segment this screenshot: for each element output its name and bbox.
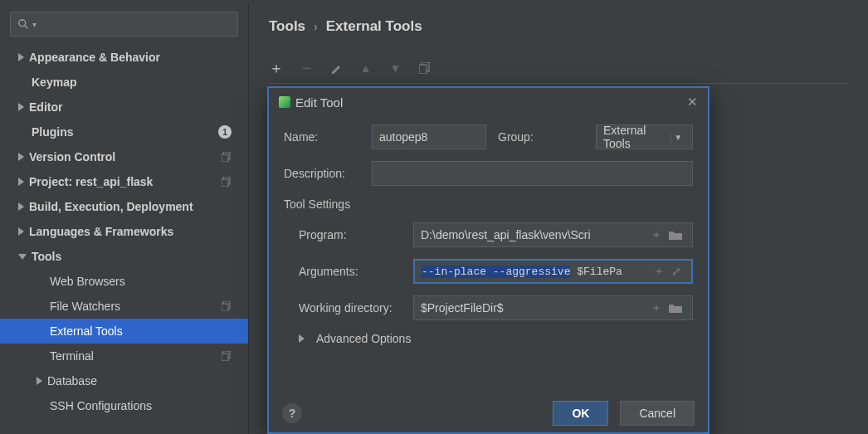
group-select[interactable]: External Tools ▼ bbox=[596, 124, 693, 149]
search-icon bbox=[17, 18, 29, 30]
browse-icon[interactable] bbox=[666, 230, 685, 240]
sidebar-item-label: Editor bbox=[29, 100, 62, 114]
sidebar-item-label: File Watchers bbox=[50, 300, 120, 313]
working-dir-input[interactable]: $ProjectFileDir$ ＋ bbox=[413, 295, 693, 320]
sidebar-item-languages[interactable]: Languages & Frameworks bbox=[0, 219, 248, 244]
sidebar-item-web-browsers[interactable]: Web Browsers bbox=[0, 269, 248, 294]
sidebar-item-label: SSH Configurations bbox=[50, 399, 152, 412]
sidebar-item-version-control[interactable]: Version Control bbox=[0, 144, 248, 169]
arguments-selected: --in-place --aggressive bbox=[422, 266, 570, 278]
app-logo-icon bbox=[279, 96, 290, 108]
sidebar-item-label: External Tools bbox=[50, 324, 123, 338]
sidebar-item-label: Appearance & Behavior bbox=[29, 51, 160, 64]
project-icon bbox=[222, 351, 232, 361]
plugins-badge: 1 bbox=[218, 125, 232, 139]
description-label: Description: bbox=[284, 167, 372, 180]
group-label: Group: bbox=[498, 130, 586, 144]
expand-icon[interactable]: ⤢ bbox=[668, 265, 685, 279]
up-button[interactable]: ▲ bbox=[360, 61, 372, 75]
svg-rect-7 bbox=[222, 304, 228, 311]
chevron-down-icon: ▾ bbox=[32, 20, 37, 29]
program-label: Program: bbox=[284, 228, 413, 241]
project-icon bbox=[222, 177, 232, 187]
sidebar-item-label: Database bbox=[47, 374, 97, 388]
arguments-input[interactable]: --in-place --aggressive $FilePa ＋ ⤢ bbox=[413, 259, 693, 284]
dialog-title: Edit Tool bbox=[295, 95, 343, 110]
svg-rect-5 bbox=[222, 179, 228, 187]
disclosure-icon bbox=[37, 377, 42, 385]
disclosure-icon bbox=[18, 202, 24, 211]
sidebar-item-label: Build, Execution, Deployment bbox=[29, 200, 193, 213]
disclosure-icon bbox=[18, 178, 24, 186]
tool-settings-title: Tool Settings bbox=[284, 197, 693, 211]
name-label: Name: bbox=[284, 130, 372, 144]
disclosure-icon bbox=[299, 334, 305, 343]
sidebar-item-tools[interactable]: Tools bbox=[0, 244, 248, 269]
cancel-button[interactable]: Cancel bbox=[620, 401, 695, 426]
sidebar-item-keymap[interactable]: Keymap bbox=[0, 70, 248, 95]
chevron-right-icon: › bbox=[314, 20, 318, 33]
name-input[interactable] bbox=[372, 124, 486, 149]
sidebar-item-label: Languages & Frameworks bbox=[29, 225, 173, 238]
working-dir-value: $ProjectFileDir$ bbox=[421, 301, 647, 315]
edit-button[interactable] bbox=[330, 62, 342, 74]
sidebar-item-label: Plugins bbox=[32, 125, 74, 139]
ok-button[interactable]: OK bbox=[553, 401, 608, 426]
settings-sidebar: ▾ Appearance & Behavior Keymap Editor Pl… bbox=[0, 3, 249, 434]
sidebar-item-editor[interactable]: Editor bbox=[0, 95, 248, 119]
add-button[interactable]: ＋ bbox=[269, 58, 284, 78]
arguments-label: Arguments: bbox=[284, 265, 413, 278]
program-input[interactable]: D:\demo\rest_api_flask\venv\Scri ＋ bbox=[413, 222, 693, 247]
sidebar-item-label: Terminal bbox=[50, 349, 94, 363]
svg-rect-3 bbox=[222, 154, 228, 162]
sidebar-item-external-tools[interactable]: External Tools bbox=[0, 319, 248, 344]
advanced-options-row[interactable]: Advanced Options bbox=[299, 332, 693, 345]
working-dir-label: Working directory: bbox=[284, 301, 413, 315]
disclosure-icon bbox=[18, 103, 24, 111]
project-icon bbox=[222, 301, 232, 311]
sidebar-item-appearance[interactable]: Appearance & Behavior bbox=[0, 45, 248, 70]
disclosure-icon bbox=[18, 53, 24, 61]
program-value: D:\demo\rest_api_flask\venv\Scri bbox=[421, 228, 647, 241]
sidebar-item-ssh[interactable]: SSH Configurations bbox=[0, 393, 248, 418]
settings-tree: Appearance & Behavior Keymap Editor Plug… bbox=[0, 45, 248, 418]
sidebar-item-label: Project: rest_api_flask bbox=[29, 175, 153, 188]
sidebar-item-project[interactable]: Project: rest_api_flask bbox=[0, 169, 248, 194]
svg-line-1 bbox=[25, 26, 28, 29]
sidebar-item-label: Tools bbox=[32, 250, 61, 263]
project-icon bbox=[222, 152, 232, 162]
disclosure-icon bbox=[18, 254, 27, 260]
edit-tool-dialog: Edit Tool ✕ Name: Group: External Tools … bbox=[267, 86, 710, 434]
breadcrumb: Tools › External Tools bbox=[269, 18, 848, 35]
chevron-down-icon: ▼ bbox=[671, 133, 685, 142]
svg-point-0 bbox=[19, 20, 26, 27]
sidebar-item-database[interactable]: Database bbox=[0, 368, 248, 393]
down-button[interactable]: ▼ bbox=[390, 61, 402, 75]
sidebar-item-plugins[interactable]: Plugins1 bbox=[0, 119, 248, 144]
insert-macro-icon[interactable]: ＋ bbox=[647, 300, 666, 315]
copy-button[interactable] bbox=[419, 62, 431, 74]
browse-icon[interactable] bbox=[666, 303, 685, 313]
close-button[interactable]: ✕ bbox=[687, 95, 698, 110]
svg-rect-11 bbox=[419, 65, 427, 74]
breadcrumb-root: Tools bbox=[269, 18, 305, 35]
breadcrumb-leaf: External Tools bbox=[326, 18, 422, 35]
group-value: External Tools bbox=[603, 124, 671, 150]
dialog-titlebar: Edit Tool ✕ bbox=[269, 88, 708, 116]
arguments-rest: $FilePa bbox=[570, 266, 622, 278]
sidebar-item-build[interactable]: Build, Execution, Deployment bbox=[0, 194, 248, 219]
dialog-footer: ? OK Cancel bbox=[269, 394, 708, 432]
description-input[interactable] bbox=[372, 161, 693, 186]
sidebar-item-file-watchers[interactable]: File Watchers bbox=[0, 294, 248, 319]
help-button[interactable]: ? bbox=[282, 403, 302, 423]
sidebar-item-terminal[interactable]: Terminal bbox=[0, 344, 248, 368]
insert-macro-icon[interactable]: ＋ bbox=[647, 227, 666, 242]
disclosure-icon bbox=[18, 153, 24, 161]
remove-button[interactable]: − bbox=[302, 59, 312, 78]
search-input[interactable]: ▾ bbox=[10, 12, 238, 37]
insert-macro-icon[interactable]: ＋ bbox=[650, 264, 668, 279]
sidebar-item-label: Keymap bbox=[32, 76, 76, 89]
sidebar-item-label: Version Control bbox=[29, 150, 115, 163]
sidebar-item-label: Web Browsers bbox=[50, 275, 125, 288]
disclosure-icon bbox=[18, 227, 24, 236]
